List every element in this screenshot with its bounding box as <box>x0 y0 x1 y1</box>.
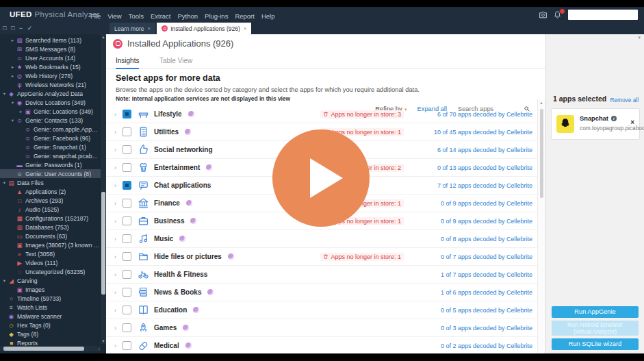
expand-arrow-icon[interactable] <box>114 147 123 153</box>
scroll-up-icon[interactable]: ▲ <box>101 35 106 39</box>
info-icon[interactable] <box>611 116 617 121</box>
tree-item[interactable]: ☺ Genie: snapchat.picaboo (1) <box>0 151 101 160</box>
decoded-count-link[interactable]: 1 of 6 apps decoded by Cellebrite <box>415 289 532 296</box>
decoded-count-link[interactable]: 0 of 8 apps decoded by Cellebrite <box>415 236 532 242</box>
category-checkbox[interactable] <box>123 145 131 154</box>
tree-item[interactable]: ▲ Applications (2) <box>0 187 101 196</box>
tree-item[interactable]: ▸ ▧ Searched Items (113) <box>0 36 101 45</box>
tree-item[interactable]: □ Archives (293) <box>0 196 101 205</box>
run-appgenie-button[interactable]: Run AppGenie <box>552 306 639 318</box>
expand-arrow-icon[interactable]: ▸ <box>10 64 16 70</box>
tree-item[interactable]: ▾ ◉ Device Locations (349) <box>0 98 101 107</box>
category-label[interactable]: Business <box>154 217 184 225</box>
tree-item[interactable]: ☺ Genie: Snapchat (1) <box>0 142 101 151</box>
expand-arrow-icon[interactable] <box>114 343 123 349</box>
decoded-count-link[interactable]: 6 of 14 apps decoded by Cellebrite <box>415 147 532 153</box>
sidebar-horizontal-scrollbar[interactable]: › <box>0 346 101 351</box>
category-label[interactable]: Games <box>154 324 177 332</box>
tree-item[interactable]: ▶ Videos (111) <box>0 258 101 267</box>
scrollbar-thumb[interactable] <box>540 109 543 198</box>
category-label[interactable]: Utilities <box>154 128 179 136</box>
category-checkbox[interactable] <box>123 252 131 261</box>
sidebar-toolbar[interactable]: □ □ − ✓ <box>3 23 34 34</box>
expand-arrow-icon[interactable] <box>114 325 123 332</box>
tree-item[interactable]: ▸ ▣ Genie: Locations (349) <box>0 107 101 116</box>
category-label[interactable]: Social networking <box>154 146 213 153</box>
decoded-count-link[interactable]: 0 of 3 apps decoded by Cellebrite <box>415 325 532 332</box>
expand-arrow-icon[interactable]: ▾ <box>1 278 8 284</box>
category-checkbox[interactable] <box>123 234 131 243</box>
tree-item[interactable]: ▦ Configurations (152187) <box>0 214 101 223</box>
scrollbar-thumb[interactable] <box>3 347 84 351</box>
scrollbar-thumb[interactable] <box>101 192 105 295</box>
tab-table-view[interactable]: Table View <box>159 53 192 68</box>
category-label[interactable]: Lifestyle <box>154 110 182 118</box>
expand-arrow-icon[interactable]: ▾ <box>1 180 8 186</box>
expand-arrow-icon[interactable]: ▾ <box>1 91 8 97</box>
remove-all-link[interactable]: Remove all <box>610 97 639 103</box>
category-checkbox[interactable] <box>123 199 131 208</box>
tree-item[interactable]: ▬ Genie: Passwords (1) <box>0 160 101 169</box>
tree-item[interactable]: ψ Wireless Networks (21) <box>0 80 101 89</box>
expand-arrow-icon[interactable] <box>114 307 123 314</box>
tree-item[interactable]: ☺ Genie: com.apple.AppStore (35) <box>0 125 101 134</box>
decoded-count-link[interactable]: 6 of 70 apps decoded by Cellebrite <box>415 111 532 118</box>
expand-arrow-icon[interactable] <box>114 164 123 171</box>
tree-item[interactable]: ○ Timeline (59733) <box>0 294 101 303</box>
decoded-count-link[interactable]: 0 of 13 apps decoded by Cellebrite <box>415 164 532 171</box>
decoded-count-link[interactable]: 0 of 7 apps decoded by Cellebrite <box>415 253 532 260</box>
tree-item[interactable]: ▸ ★ Web Bookmarks (15) <box>0 62 101 71</box>
category-checkbox[interactable] <box>123 323 131 332</box>
menu-item[interactable]: Help <box>261 8 275 24</box>
category-checkbox[interactable] <box>123 181 131 190</box>
tree-item[interactable]: ◇ Hex Tags (0) <box>0 321 101 329</box>
tree-item[interactable]: ▾ ▤ Data Files <box>0 178 101 187</box>
tab-close-icon[interactable]: × <box>244 25 247 32</box>
expand-arrow-icon[interactable] <box>114 200 123 207</box>
scroll-down-icon[interactable]: ▼ <box>101 339 106 343</box>
tree-item[interactable]: ▣ Images (38067) (3 known files) <box>0 240 101 249</box>
expand-arrow-icon[interactable] <box>114 182 123 189</box>
tree-item[interactable]: ◌ Uncategorized (63235) <box>0 267 101 276</box>
tree-item[interactable]: ✉ SMS Messages (8) <box>0 45 101 53</box>
tree-item[interactable]: ▭ Documents (63) <box>0 232 101 240</box>
expand-arrow-icon[interactable] <box>114 218 123 225</box>
expand-arrow-icon[interactable] <box>114 271 123 278</box>
tree-item[interactable]: ☺ Genie: User Accounts (8) <box>0 169 101 178</box>
decoded-count-link[interactable]: 0 of 2 apps decoded by Cellebrite <box>415 343 532 349</box>
expand-arrow-icon[interactable] <box>114 253 123 260</box>
tree-item[interactable]: ▸ ◎ Web History (278) <box>0 71 101 80</box>
category-checkbox[interactable] <box>123 216 131 225</box>
screenshot-camera-icon[interactable] <box>538 10 548 19</box>
category-label[interactable]: Medical <box>154 342 179 349</box>
tree-item[interactable]: ▣ Images <box>0 285 101 294</box>
collapse-chevron-icon[interactable]: ▾ <box>638 35 641 40</box>
expand-arrow-icon[interactable]: ▾ <box>10 118 16 123</box>
menu-item[interactable]: Python <box>177 8 198 24</box>
tab-learn-more[interactable]: Learn more × <box>110 23 155 34</box>
category-label[interactable]: Entertainment <box>154 164 200 171</box>
category-checkbox[interactable] <box>123 110 131 119</box>
menu-item[interactable]: Report <box>235 8 255 24</box>
category-checkbox[interactable] <box>123 341 131 350</box>
category-label[interactable]: Health & Fitness <box>154 271 207 278</box>
scroll-right-icon[interactable]: › <box>99 346 100 351</box>
decoded-count-link[interactable]: 1 of 7 apps decoded by Cellebrite <box>415 271 532 278</box>
expand-arrow-icon[interactable] <box>114 289 123 296</box>
category-label[interactable]: Education <box>154 306 187 314</box>
video-play-overlay[interactable] <box>272 129 370 227</box>
global-search-input[interactable] <box>568 10 644 19</box>
global-search-box[interactable]: ▾ <box>568 10 638 20</box>
tree-item[interactable]: ≡ Text (3058) <box>0 249 101 258</box>
category-checkbox[interactable] <box>123 270 131 279</box>
tree-item[interactable]: ▥ Databases (753) <box>0 223 101 232</box>
scroll-up-icon[interactable]: ▲ <box>538 101 545 105</box>
tree-item[interactable]: ☺ Genie: Facebook (96) <box>0 134 101 142</box>
expand-arrow-icon[interactable] <box>114 129 123 136</box>
expand-arrow-icon[interactable]: ▸ <box>18 109 24 114</box>
category-label[interactable]: Finance <box>154 199 180 207</box>
category-label[interactable]: Chat applications <box>154 182 211 189</box>
decoded-count-link[interactable]: 0 of 5 apps decoded by Cellebrite <box>415 307 532 314</box>
decoded-count-link[interactable]: 0 of 9 apps decoded by Cellebrite <box>415 200 532 207</box>
expand-arrow-icon[interactable] <box>114 236 123 242</box>
